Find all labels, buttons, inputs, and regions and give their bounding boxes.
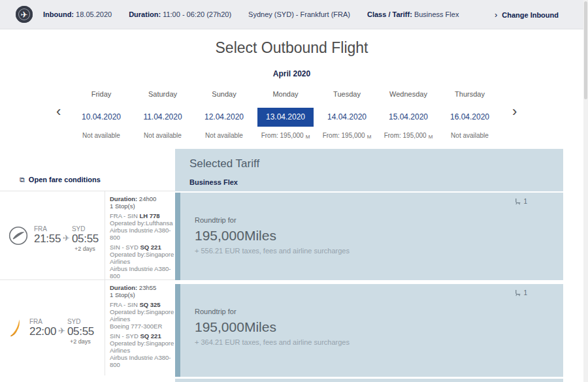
inbound-class-tariff: Class / Tariff: Business Flex (367, 10, 459, 18)
date-availability: Not availableM (71, 132, 132, 139)
tariff-accent-bar (175, 193, 180, 280)
inbound-summary-bar: ✈ Inbound: 18.05.2020 Duration: 11:00 - … (0, 0, 583, 29)
results-area: ⧉Open fare conditions FRA 21:55 ✈ SYD 05… (0, 149, 563, 382)
flight-segment: SIN - SYD SQ 221 Operated by:Singapore A… (110, 332, 175, 368)
weekday-label: Friday (71, 90, 132, 101)
fare-conditions-block: ⧉Open fare conditions (0, 149, 175, 191)
price-taxes: + 556.21 EUR taxes, fees and airline sur… (195, 247, 563, 255)
singapore-airlines-logo-icon (8, 318, 24, 338)
date-availability: From: 195,000M (316, 132, 378, 140)
change-inbound-button[interactable]: ›Change Inbound (495, 10, 559, 20)
miles-and-more-icon: M (367, 134, 372, 140)
flight-stops: 1 Stop(s) (110, 202, 175, 210)
next-row-panel-edge (175, 379, 563, 382)
arrival-code: SYD (72, 225, 99, 232)
price-miles: 195,000Miles (195, 228, 563, 244)
inbound-duration: Duration: 11:00 - 06:20 (27h20) (129, 10, 231, 18)
flight-row: FRA 21:55 ✈ SYD 05:55 +2 days Duration: … (0, 191, 175, 280)
tariff-column: Selected Tariff Business Flex 1 Roundtri… (175, 149, 563, 382)
date-availability: Not availableM (193, 132, 255, 139)
flights-column: ⧉Open fare conditions FRA 21:55 ✈ SYD 05… (0, 149, 175, 382)
price-prefix: Roundtrip for (195, 216, 563, 224)
flight-duration: Duration: 23h55 (110, 284, 175, 291)
flight-offer-panel[interactable]: 1 Roundtrip for 195,000Miles + 556.21 EU… (175, 193, 563, 280)
weekday-label: Thursday (439, 90, 500, 101)
seats-available-badge: 1 (514, 289, 527, 296)
miles-and-more-icon: M (429, 134, 433, 140)
miles-and-more-icon: M (306, 134, 310, 140)
price-miles: 195,000Miles (195, 319, 563, 335)
chevron-right-icon: › (495, 10, 497, 20)
carousel-prev-button[interactable]: ‹ (56, 104, 61, 119)
calendar-day: Wednesday 15.04.2020 From: 195,000M (378, 90, 439, 140)
price-taxes: + 364.21 EUR taxes, fees and airline sur… (195, 338, 563, 346)
weekday-label: Wednesday (378, 90, 439, 101)
departure-time: 22:00 (29, 325, 56, 338)
calendar-day: Friday 10.04.2020 Not availableM (71, 90, 132, 140)
date-button: 12.04.2020 (196, 108, 252, 127)
date-button: 11.04.2020 (135, 108, 191, 127)
date-availability: From: 195,000M (378, 132, 439, 140)
carousel-next-button[interactable]: › (512, 104, 517, 119)
date-button[interactable]: 13.04.2020 (257, 108, 314, 127)
weekday-label: Monday (255, 90, 316, 101)
seat-icon (514, 198, 521, 205)
calendar-day: Thursday 16.04.2020 Not availableM (439, 90, 500, 140)
flight-row: FRA 22:00 ✈ SYD 05:55 +2 days Duration: … (0, 280, 175, 375)
calendar-day: Sunday 12.04.2020 Not availableM (193, 90, 255, 140)
airline-alliance-logo-icon: ✈ (16, 6, 33, 23)
calendar-month-label: April 2020 (0, 69, 583, 78)
weekday-label: Sunday (193, 90, 255, 101)
arrival-time: 05:55 (72, 232, 99, 246)
price-prefix: Roundtrip for (195, 308, 563, 315)
date-availability: Not availableM (439, 132, 500, 139)
arrival-days-note: +2 days (70, 338, 91, 345)
selected-tariff-title: Selected Tariff (189, 157, 563, 170)
flight-offer-panel[interactable]: 1 Roundtrip for 195,000Miles + 364.21 EU… (175, 284, 563, 377)
date-carousel: ‹ Friday 10.04.2020 Not availableM Satur… (0, 90, 583, 141)
arrival-time: 05:55 (67, 325, 94, 338)
date-availability: Not availableM (132, 132, 193, 139)
inbound-route: Sydney (SYD) - Frankfurt (FRA) (248, 10, 350, 18)
selected-tariff-name: Business Flex (189, 178, 563, 186)
seats-available-badge: 1 (514, 198, 527, 205)
arrival-code: SYD (67, 318, 94, 325)
date-availability: From: 195,000M (255, 132, 316, 140)
date-button: 10.04.2020 (73, 108, 129, 127)
flight-segment: SIN - SYD SQ 221 Operated by:Singapore A… (110, 244, 175, 279)
departure-time: 21:55 (34, 232, 61, 246)
flight-segment: FRA - SIN SQ 325 Operated by:Singapore A… (110, 301, 175, 330)
inbound-date: Inbound: 18.05.2020 (43, 10, 112, 18)
flight-segment: FRA - SIN LH 778 Operated by:Lufthansa A… (110, 212, 175, 241)
calendar-day: Monday 13.04.2020 From: 195,000M (255, 90, 316, 140)
calendar-day: Tuesday 14.04.2020 From: 195,000M (316, 90, 378, 140)
external-window-icon: ⧉ (20, 176, 25, 183)
plane-icon: ✈ (58, 326, 65, 336)
flight-duration: Duration: 24h00 (110, 195, 175, 202)
price-box[interactable]: Roundtrip for 195,000Miles + 364.21 EUR … (195, 308, 563, 346)
open-fare-conditions-link[interactable]: ⧉Open fare conditions (20, 176, 101, 184)
scrollbar[interactable] (583, 0, 588, 382)
arrival-days-note: +2 days (74, 246, 95, 252)
flight-summary[interactable]: FRA 22:00 ✈ SYD 05:55 +2 days (0, 280, 105, 375)
calendar-days: Friday 10.04.2020 Not availableM Saturda… (71, 90, 500, 140)
calendar-day: Saturday 11.04.2020 Not availableM (132, 90, 193, 140)
flight-summary[interactable]: FRA 21:55 ✈ SYD 05:55 +2 days (0, 191, 105, 279)
price-box[interactable]: Roundtrip for 195,000Miles + 556.21 EUR … (195, 216, 563, 255)
plane-icon: ✈ (63, 233, 70, 243)
date-button: 16.04.2020 (442, 108, 498, 127)
date-button[interactable]: 14.04.2020 (319, 108, 375, 127)
selected-tariff-header: Selected Tariff Business Flex (175, 149, 563, 191)
flight-stops: 1 Stop(s) (110, 291, 175, 298)
page-title: Select Outbound Flight (0, 39, 583, 57)
flight-details: Duration: 23h55 1 Stop(s) FRA - SIN SQ 3… (105, 280, 175, 375)
date-button[interactable]: 15.04.2020 (380, 108, 436, 127)
weekday-label: Tuesday (316, 90, 378, 101)
departure-code: FRA (29, 318, 56, 325)
departure-code: FRA (34, 225, 61, 232)
weekday-label: Saturday (132, 90, 193, 101)
scrollbar-thumb[interactable] (584, 1, 587, 99)
flight-details: Duration: 24h00 1 Stop(s) FRA - SIN LH 7… (105, 191, 175, 279)
tariff-accent-bar (175, 284, 180, 377)
seat-icon (514, 289, 521, 296)
